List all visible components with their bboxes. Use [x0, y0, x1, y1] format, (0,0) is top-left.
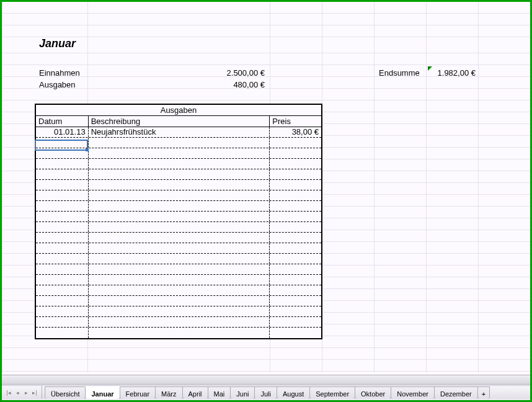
- cell-date[interactable]: [36, 222, 89, 232]
- cell-desc[interactable]: [89, 254, 270, 264]
- table-row[interactable]: [36, 264, 321, 275]
- cell-price[interactable]: [270, 306, 321, 316]
- cell-date[interactable]: [36, 296, 89, 306]
- cell-date[interactable]: [36, 180, 89, 190]
- cell-price[interactable]: [270, 275, 321, 285]
- table-row[interactable]: [36, 201, 321, 212]
- cell-price[interactable]: [270, 201, 321, 211]
- table-row[interactable]: [36, 285, 321, 296]
- cell-price[interactable]: [270, 169, 321, 179]
- cell-date[interactable]: [36, 212, 89, 221]
- table-row[interactable]: [36, 254, 321, 264]
- table-row[interactable]: [36, 180, 321, 190]
- cell-desc[interactable]: [89, 169, 270, 179]
- table-row[interactable]: 01.01.13Neujahrsfrühstück38,00 €: [36, 127, 321, 138]
- tab-nav-last-icon[interactable]: ▸|: [30, 387, 39, 398]
- cell-price[interactable]: [270, 296, 321, 306]
- cell-price[interactable]: [270, 190, 321, 200]
- sheet-tab[interactable]: Januar: [85, 386, 120, 399]
- cell-desc[interactable]: Neujahrsfrühstück: [89, 127, 270, 137]
- cell-price[interactable]: [270, 285, 321, 295]
- tab-nav-next-icon[interactable]: ▸: [22, 387, 30, 398]
- worksheet-area[interactable]: Januar Einnahmen 2.500,00 € Ausgaben 480…: [2, 2, 530, 373]
- cell-desc[interactable]: [89, 148, 270, 158]
- cell-price[interactable]: [270, 328, 321, 338]
- cell-date[interactable]: [36, 233, 89, 243]
- cell-date[interactable]: [36, 254, 89, 264]
- cell-date[interactable]: [36, 159, 89, 169]
- cell-price[interactable]: [270, 243, 321, 253]
- cell-desc[interactable]: [89, 296, 270, 306]
- cell-desc[interactable]: [89, 243, 270, 253]
- sheet-tab[interactable]: Juni: [230, 386, 255, 399]
- sheet-tab[interactable]: November: [391, 386, 435, 399]
- tab-nav-prev-icon[interactable]: ◂: [13, 387, 22, 398]
- sheet-tab[interactable]: März: [155, 386, 182, 399]
- cell-date[interactable]: [36, 148, 89, 158]
- cell-desc[interactable]: [89, 138, 270, 148]
- cell-desc[interactable]: [89, 264, 270, 274]
- sheet-tab[interactable]: Juli: [254, 386, 277, 399]
- cell-desc[interactable]: [89, 201, 270, 211]
- sheet-tab[interactable]: Übersicht: [45, 386, 86, 399]
- horizontal-scrollbar[interactable]: [2, 375, 530, 385]
- table-row[interactable]: [36, 243, 321, 254]
- cell-date[interactable]: [36, 275, 89, 285]
- cell-price[interactable]: [270, 212, 321, 221]
- cell-price[interactable]: 38,00 €: [270, 127, 321, 137]
- cell-desc[interactable]: [89, 306, 270, 316]
- table-row[interactable]: [36, 328, 321, 338]
- cell-price[interactable]: [270, 222, 321, 232]
- cell-price[interactable]: [270, 233, 321, 243]
- cell-desc[interactable]: [89, 212, 270, 221]
- cell-desc[interactable]: [89, 233, 270, 243]
- cell-date[interactable]: [36, 190, 89, 200]
- cell-date[interactable]: [36, 285, 89, 295]
- sheet-tab[interactable]: Mai: [208, 386, 231, 399]
- cell-date[interactable]: [36, 306, 89, 316]
- table-row[interactable]: [36, 296, 321, 306]
- cell-desc[interactable]: [89, 222, 270, 232]
- cell-desc[interactable]: [89, 180, 270, 190]
- expense-table-body[interactable]: 01.01.13Neujahrsfrühstück38,00 €: [36, 127, 321, 338]
- table-row[interactable]: [36, 306, 321, 317]
- cell-desc[interactable]: [89, 285, 270, 295]
- table-row[interactable]: [36, 148, 321, 159]
- table-row[interactable]: [36, 159, 321, 169]
- table-row[interactable]: [36, 169, 321, 180]
- cell-price[interactable]: [270, 180, 321, 190]
- table-row[interactable]: [36, 212, 321, 222]
- cell-desc[interactable]: [89, 328, 270, 338]
- table-row[interactable]: [36, 233, 321, 243]
- add-sheet-button[interactable]: +: [477, 386, 490, 399]
- sheet-tab[interactable]: April: [182, 386, 208, 399]
- cell-date[interactable]: [36, 138, 89, 148]
- cell-desc[interactable]: [89, 190, 270, 200]
- sheet-tab[interactable]: Oktober: [355, 386, 391, 399]
- cell-date[interactable]: 01.01.13: [36, 127, 89, 137]
- table-row[interactable]: [36, 190, 321, 201]
- cell-date[interactable]: [36, 243, 89, 253]
- sheet-tab[interactable]: September: [309, 386, 355, 399]
- cell-desc[interactable]: [89, 275, 270, 285]
- cell-price[interactable]: [270, 138, 321, 148]
- cell-price[interactable]: [270, 254, 321, 264]
- cell-desc[interactable]: [89, 159, 270, 169]
- cell-date[interactable]: [36, 317, 89, 327]
- table-row[interactable]: [36, 138, 321, 148]
- cell-price[interactable]: [270, 317, 321, 327]
- table-row[interactable]: [36, 222, 321, 233]
- cell-date[interactable]: [36, 201, 89, 211]
- cell-date[interactable]: [36, 169, 89, 179]
- tab-nav-first-icon[interactable]: |◂: [4, 387, 13, 398]
- cell-price[interactable]: [270, 148, 321, 158]
- sheet-tab[interactable]: August: [277, 386, 310, 399]
- cell-price[interactable]: [270, 264, 321, 274]
- table-row[interactable]: [36, 275, 321, 285]
- cell-desc[interactable]: [89, 317, 270, 327]
- cell-date[interactable]: [36, 328, 89, 338]
- sheet-tab[interactable]: Februar: [120, 386, 156, 399]
- table-row[interactable]: [36, 317, 321, 328]
- sheet-tab[interactable]: Dezember: [434, 386, 478, 399]
- cell-price[interactable]: [270, 159, 321, 169]
